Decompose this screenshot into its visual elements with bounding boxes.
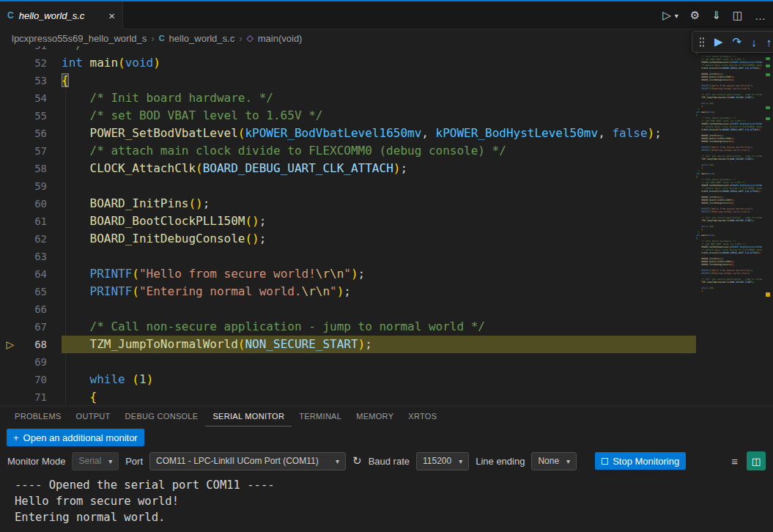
panel-right-icons: ≡ ◫ xyxy=(731,451,766,470)
line-number: 60 xyxy=(21,198,47,210)
refresh-ports-icon[interactable]: ↻ xyxy=(352,454,362,468)
code-line-70[interactable]: 70 while (1) xyxy=(0,371,696,388)
code-text: int main(void) xyxy=(62,54,696,72)
code-line-62[interactable]: 62 BOARD_InitDebugConsole(); xyxy=(0,230,696,248)
code-line-60[interactable]: 60 BOARD_InitPins(); xyxy=(0,195,696,213)
code-line-55[interactable]: 55 /* set BOD VBAT level to 1.65V */ xyxy=(0,107,696,125)
breadcrumb-item[interactable]: lpcxpresso55s69_hello_world_s xyxy=(12,33,147,44)
code-line-64[interactable]: 64 PRINTF("Hello from secure world!\r\n"… xyxy=(0,265,696,283)
line-ending-select[interactable]: None ▾ xyxy=(531,452,577,470)
panel-tab-debug-console[interactable]: DEBUG CONSOLE xyxy=(118,406,206,426)
c-file-icon: C xyxy=(159,34,165,43)
code-line-53[interactable]: 53{ xyxy=(0,72,696,89)
code-line-63[interactable]: 63 xyxy=(0,248,696,265)
line-number: 66 xyxy=(21,303,47,315)
debug-continue-icon[interactable]: ▶ xyxy=(714,35,723,48)
panel-tab-serial-monitor[interactable]: SERIAL MONITOR xyxy=(205,406,292,426)
settings-gear-icon[interactable]: ⚙ xyxy=(690,9,700,22)
split-editor-icon[interactable]: ◫ xyxy=(733,9,743,22)
split-pane-icon: ◫ xyxy=(752,456,761,467)
code-line-65[interactable]: 65 PRINTF("Entering normal world.\r\n"); xyxy=(0,283,696,300)
line-number: 64 xyxy=(21,268,47,280)
breadcrumb-item[interactable]: main(void) xyxy=(258,33,303,44)
breadcrumb-item[interactable]: hello_world_s.c xyxy=(169,33,235,44)
breadcrumb: lpcxpresso55s69_hello_world_s›Chello_wor… xyxy=(0,30,773,46)
install-download-icon[interactable]: ⇓ xyxy=(711,9,721,22)
overview-ruler[interactable] xyxy=(763,46,773,405)
line-number: 59 xyxy=(21,180,47,192)
panel-tab-memory[interactable]: MEMORY xyxy=(349,406,401,426)
open-additional-monitor-button[interactable]: + Open an additional monitor xyxy=(7,429,144,446)
minimap[interactable]: */int main(void){ /* Init board hardware… xyxy=(696,46,762,295)
window-top-accent xyxy=(0,0,773,1)
drag-grip-icon[interactable] xyxy=(699,37,705,48)
code-line-56[interactable]: 56 POWER_SetBodVbatLevel(kPOWER_BodVbatL… xyxy=(0,125,696,142)
overview-mark xyxy=(766,64,770,67)
code-text: { xyxy=(62,388,696,405)
symbol-method-icon: ◇ xyxy=(247,33,254,43)
code-line-51[interactable]: 51 */ xyxy=(0,46,696,54)
baud-rate-select[interactable]: 115200 ▾ xyxy=(416,452,469,470)
serial-output[interactable]: ---- Opened the serial port COM11 ----He… xyxy=(0,473,773,525)
code-text: PRINTF("Entering normal world.\r\n"); xyxy=(62,283,696,300)
code-line-68[interactable]: ▷68 TZM_JumpToNormalWorld(NON_SECURE_STA… xyxy=(0,336,696,353)
line-number: 70 xyxy=(21,374,47,385)
clear-output-icon[interactable]: ≡ xyxy=(731,455,738,468)
chevron-down-icon: ▾ xyxy=(336,457,339,465)
run-or-debug-icon[interactable]: ▷ xyxy=(662,9,671,22)
code-text: TZM_JumpToNormalWorld(NON_SECURE_START); xyxy=(62,336,696,353)
debug-step-over-icon[interactable]: ↷ xyxy=(733,35,742,48)
tab-hello-world-s-c[interactable]: C hello_world_s.c × xyxy=(0,1,123,29)
line-number: 55 xyxy=(21,110,47,122)
code-line-69[interactable]: 69 xyxy=(0,353,696,371)
serial-output-line: Hello from secure world! xyxy=(15,493,773,509)
close-tab-icon[interactable]: × xyxy=(108,10,115,22)
chevron-down-icon: ▾ xyxy=(108,457,112,465)
panel-tab-output[interactable]: OUTPUT xyxy=(69,406,118,426)
port-label: Port xyxy=(125,456,143,467)
serial-output-line: ---- Opened the serial port COM11 ---- xyxy=(15,477,773,493)
baud-rate-label: Baud rate xyxy=(369,456,410,467)
overview-mark xyxy=(766,73,770,76)
code-line-58[interactable]: 58 CLOCK_AttachClk(BOARD_DEBUG_UART_CLK_… xyxy=(0,160,696,177)
debug-step-into-icon[interactable]: ↓ xyxy=(751,36,757,48)
line-number: 57 xyxy=(21,145,47,157)
line-number: 65 xyxy=(21,286,47,298)
code-line-59[interactable]: 59 xyxy=(0,177,696,195)
code-lines: 51 */52int main(void)53{54 /* Init board… xyxy=(0,46,773,405)
more-actions-icon[interactable]: … xyxy=(755,10,766,22)
panel-tab-xrtos[interactable]: XRTOS xyxy=(401,406,444,426)
port-select[interactable]: COM11 - LPC-LinkII UCom Port (COM11) ▾ xyxy=(149,452,346,470)
line-number: 58 xyxy=(21,163,47,174)
code-text: /* Init board hardware. */ xyxy=(62,89,696,107)
overview-mark-debug-line xyxy=(766,292,770,297)
code-line-54[interactable]: 54 /* Init board hardware. */ xyxy=(0,89,696,107)
breadcrumb-separator-icon: › xyxy=(239,33,242,44)
debug-current-line-arrow-icon[interactable]: ▷ xyxy=(0,339,21,350)
code-editor[interactable]: 51 */52int main(void)53{54 /* Init board… xyxy=(0,46,773,405)
run-dropdown-chevron-icon[interactable]: ▾ xyxy=(675,12,678,20)
monitor-mode-select[interactable]: Serial ▾ xyxy=(72,452,119,470)
panel-tab-terminal[interactable]: TERMINAL xyxy=(292,406,349,426)
serial-output-line: Entering normal world. xyxy=(15,509,773,525)
overview-mark xyxy=(766,57,770,60)
panel-tab-problems[interactable]: PROBLEMS xyxy=(7,406,69,426)
code-line-57[interactable]: 57 /* attach main clock divide to FLEXCO… xyxy=(0,142,696,160)
code-line-61[interactable]: 61 BOARD_BootClockPLL150M(); xyxy=(0,213,696,230)
tab-label: hello_world_s.c xyxy=(19,10,85,21)
line-number: 67 xyxy=(21,321,47,333)
debug-toolbar: ▶↷↓↑ xyxy=(692,31,773,53)
port-value: COM11 - LPC-LinkII UCom Port (COM11) xyxy=(156,456,328,466)
line-number: 53 xyxy=(21,75,47,86)
code-line-71[interactable]: 71 { xyxy=(0,388,696,405)
code-text: */ xyxy=(62,46,696,54)
code-line-67[interactable]: 67 /* Call non-secure application - jump… xyxy=(0,318,696,336)
line-number: 52 xyxy=(21,57,47,69)
stop-monitoring-button[interactable]: Stop Monitoring xyxy=(595,452,686,470)
line-number: 68 xyxy=(21,339,47,350)
toggle-view-button[interactable]: ◫ xyxy=(747,451,766,470)
editor-tab-bar: C hello_world_s.c × ▷▾⚙⇓◫… xyxy=(0,0,773,29)
code-line-52[interactable]: 52int main(void) xyxy=(0,54,696,72)
code-line-66[interactable]: 66 xyxy=(0,300,696,318)
debug-step-out-icon[interactable]: ↑ xyxy=(766,36,772,48)
